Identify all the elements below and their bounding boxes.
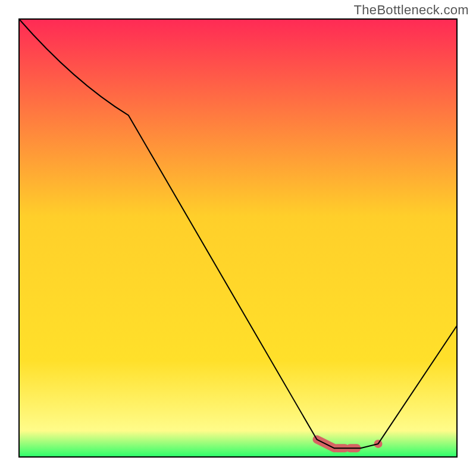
plot-background [19, 19, 457, 457]
watermark-text: TheBottleneck.com [354, 2, 469, 18]
chart-container: TheBottleneck.com [0, 0, 476, 476]
chart-svg [0, 0, 476, 476]
